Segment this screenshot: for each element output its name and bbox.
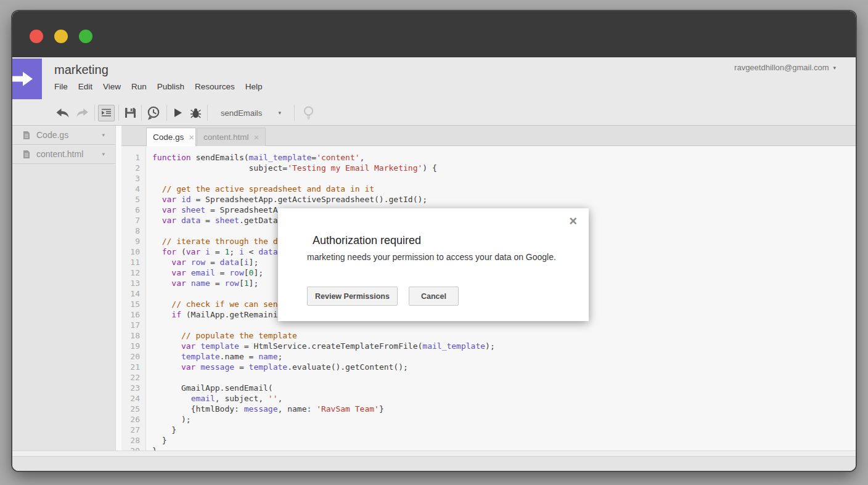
screen: { "colors": { "accent": "#7468d4", "titl… [0,0,868,485]
line-number: 1 [121,153,145,163]
tab-code-gs[interactable]: Code.gs× [146,128,196,146]
hint-bulb-icon [303,106,314,120]
hint-button[interactable] [303,106,314,120]
minimize-window-button[interactable] [54,30,68,43]
tab-label: Code.gs [153,132,184,142]
execution-transcript-icon [146,106,161,120]
sidebar-scrollbar[interactable] [115,126,121,450]
code-line: } [152,425,856,436]
code-line [152,373,856,383]
file-item-code-gs[interactable]: Code.gs▾ [12,126,115,145]
menu-publish[interactable]: Publish [157,82,184,91]
file-list: Code.gs▾content.html▾ [12,126,115,164]
toolbar-separator [294,105,295,121]
dialog-title: Authorization required [313,234,421,247]
window-controls [30,30,92,43]
line-number: 21 [121,362,145,373]
save-button[interactable] [124,107,136,118]
app-header: marketing FileEditViewRunPublishResource… [12,57,856,100]
code-line [152,174,856,184]
apps-script-logo [12,59,42,99]
undo-button[interactable] [54,108,71,118]
code-line: var id = SpreadsheetApp.getActiveSpreads… [152,195,856,205]
line-number: 7 [121,216,145,226]
line-number: 22 [121,373,145,383]
debug-button[interactable] [190,108,202,118]
code-line: template.name = name; [152,352,856,362]
file-name: Code.gs [36,130,68,140]
save-icon [125,107,136,118]
account-email: ravgeetdhillon@gmail.com [734,63,829,72]
toolbar-separator [141,105,142,121]
tab-close-icon[interactable]: × [254,132,260,142]
selected-function: sendEmails [221,108,262,118]
run-button[interactable] [173,108,183,118]
redo-icon [75,108,89,118]
chevron-down-icon: ▾ [278,110,281,116]
line-number: 17 [121,320,145,331]
file-item-content-html[interactable]: content.html▾ [12,145,115,164]
toolbar-separator [207,105,208,121]
execution-transcript-button[interactable] [145,106,161,120]
dialog-buttons: Review Permissions Cancel [307,287,459,306]
dialog-close-icon[interactable]: × [569,214,577,228]
horizontal-scrollbar[interactable] [12,450,856,457]
project-title: marketing [54,63,108,77]
code-line: // populate the template [152,331,856,341]
document-icon [23,150,30,159]
menu-resources[interactable]: Resources [195,82,235,91]
code-line: subject='Testing my Email Marketing') { [152,163,856,174]
toolbar: sendEmails ▾ [12,100,856,126]
menu-view[interactable]: View [103,82,121,91]
line-number: 9 [121,237,145,247]
line-number: 5 [121,195,145,205]
code-line: GmailApp.sendEmail( [152,383,856,394]
line-number: 10 [121,247,145,258]
tab-label: content.html [203,132,249,142]
undo-icon [55,108,70,118]
files-sidebar: Code.gs▾content.html▾ [12,126,115,450]
review-permissions-button[interactable]: Review Permissions [307,287,398,306]
line-number: 27 [121,425,145,436]
zoom-window-button[interactable] [79,30,92,43]
redo-button[interactable] [75,108,89,118]
line-number: 24 [121,394,145,404]
cancel-button[interactable]: Cancel [409,287,459,306]
menu-help[interactable]: Help [245,82,263,91]
line-number: 6 [121,205,145,216]
tab-close-icon[interactable]: × [189,132,194,142]
dialog-message: marketing needs your permission to acces… [307,252,556,262]
chevron-down-icon[interactable]: ▾ [102,151,105,157]
close-window-button[interactable] [30,30,43,43]
code-line [152,320,856,331]
line-number: 15 [121,300,145,310]
function-selector[interactable]: sendEmails ▾ [216,105,285,121]
tab-content-html[interactable]: content.html× [197,128,266,146]
line-number: 23 [121,383,145,394]
menu-run[interactable]: Run [131,82,147,91]
line-number: 8 [121,226,145,237]
account-menu[interactable]: ravgeetdhillon@gmail.com ▾ [734,63,836,72]
line-number: 26 [121,415,145,425]
code-line: ); [152,415,856,425]
toolbar-separator [118,105,119,121]
code-line: var template = HtmlService.createTemplat… [152,341,856,352]
code-line: } [152,436,856,446]
toolbar-separator [166,105,167,121]
code-line: {htmlBody: message, name: 'RavSam Team'} [152,404,856,415]
code-line: function sendEmails(mail_template='conte… [152,153,856,163]
chevron-down-icon[interactable]: ▾ [102,132,105,138]
indent-button[interactable] [98,105,115,121]
run-icon [174,108,182,118]
code-line: // get the active spreadsheet and data i… [152,184,856,195]
line-number: 20 [121,352,145,362]
line-number: 11 [121,258,145,268]
line-number: 2 [121,163,145,174]
indent-icon [101,108,112,117]
menu-file[interactable]: File [54,82,68,91]
menu-edit[interactable]: Edit [78,82,92,91]
tab-bar: Code.gs×content.html× [121,126,856,146]
window-titlebar [12,11,856,57]
debug-bug-icon [190,108,202,118]
right-arrow-icon [12,71,35,87]
